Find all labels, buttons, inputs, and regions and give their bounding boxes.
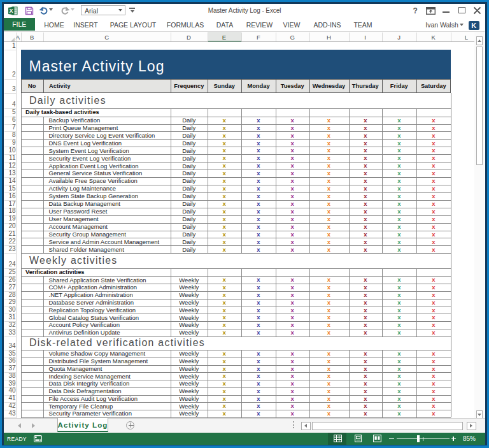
- svg-text:X: X: [9, 8, 13, 14]
